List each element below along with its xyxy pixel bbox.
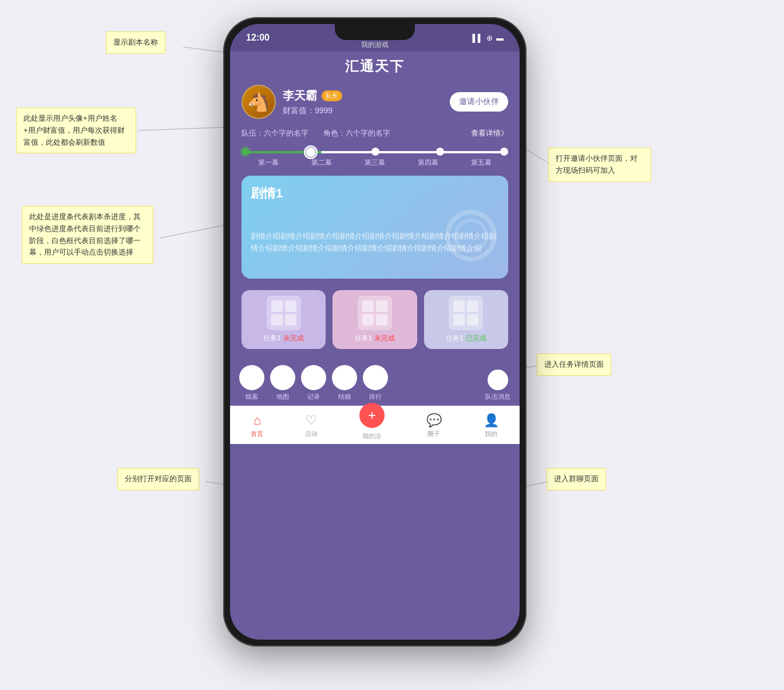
tab-profile[interactable]: 👤 我的 <box>484 413 499 438</box>
story-card-title: 剧情1 <box>251 185 499 202</box>
task-label-row-3: 任务1 已完成 <box>446 334 486 343</box>
app-header: 汇通天下 <box>230 51 520 79</box>
stage-5: 第五幕 <box>455 158 508 168</box>
status-icons: ▌▌ ⊕ ▬ <box>473 34 504 42</box>
progress-dots <box>241 148 508 157</box>
task-label-row-1: 任务1 未完成 <box>263 334 304 343</box>
leader-badge: 队长 <box>322 90 342 101</box>
task-3-label: 任务1 <box>446 334 464 343</box>
nav-circle-rank <box>363 365 388 390</box>
progress-dot-1[interactable] <box>241 148 250 156</box>
script-title: 汇通天下 <box>241 57 508 76</box>
nav-circle-map <box>270 365 295 390</box>
user-wealth: 财富值：9999 <box>283 106 342 116</box>
battery-icon: ▬ <box>496 34 504 42</box>
progress-dot-5[interactable] <box>500 148 508 156</box>
nav-circle-marriage <box>332 365 357 390</box>
app-title-status: 我的游戏 <box>361 40 389 50</box>
signal-icon: ▌▌ <box>473 34 483 42</box>
task-1-status: 未完成 <box>283 334 304 343</box>
avatar-image: 🐴 <box>243 86 275 118</box>
note-nav-pages: 分别打开对应的页面 <box>117 468 199 490</box>
watermark-inner <box>454 219 488 253</box>
avatar: 🐴 <box>241 85 276 119</box>
note-group-chat: 进入群聊页面 <box>547 468 606 490</box>
task-card-1[interactable]: 任务1 未完成 <box>241 290 326 349</box>
progress-dot-2[interactable] <box>306 148 315 157</box>
task-2-status: 未完成 <box>374 334 395 343</box>
nav-btn-map[interactable]: 地图 <box>270 365 295 401</box>
stage-3: 第三幕 <box>348 158 401 168</box>
group-chat-label: 队伍消息 <box>485 392 510 401</box>
story-card[interactable]: 剧情1 剧情介绍剧情介绍剧情介绍剧情介绍剧情介绍剧情介绍剧情介绍剧情介绍剧情介绍… <box>241 176 508 279</box>
tab-home-label: 首页 <box>251 430 263 438</box>
note-task-detail: 进入任务详情页面 <box>537 354 611 376</box>
group-chat-btn[interactable]: 队伍消息 <box>485 370 510 401</box>
stage-1: 第一幕 <box>241 158 295 168</box>
note-invite: 打开邀请小伙伴页面，对方现场扫码可加入 <box>548 148 651 182</box>
tab-add[interactable]: + 我的活 <box>359 411 385 441</box>
nav-btn-record[interactable]: 记录 <box>301 365 326 401</box>
tab-circle-label: 圈子 <box>427 430 440 438</box>
task-icon-1 <box>267 296 301 330</box>
nav-label-map: 地图 <box>276 392 289 401</box>
task-icon-3 <box>449 296 483 330</box>
nav-circle-record <box>301 365 326 390</box>
user-section: 🐴 李天霸 队长 财富值：9999 邀请小伙伴 <box>230 79 520 125</box>
detail-link[interactable]: 查看详情》 <box>471 128 508 138</box>
tab-activity-label: 活动 <box>305 430 318 438</box>
task-2-label: 任务1 <box>355 334 373 343</box>
user-info-text: 李天霸 队长 财富值：9999 <box>283 88 342 116</box>
status-bar: 12:00 我的游戏 ▌▌ ⊕ ▬ <box>230 24 520 51</box>
tab-activity[interactable]: ♡ 活动 <box>305 413 318 438</box>
phone-shell: 12:00 我的游戏 ▌▌ ⊕ ▬ 汇通天下 🐴 李天霸 队长 <box>223 17 526 647</box>
progress-dot-4[interactable] <box>436 148 444 156</box>
circle-icon: 💬 <box>426 413 442 428</box>
home-icon: ⌂ <box>254 413 261 428</box>
task-card-3[interactable]: 任务1 已完成 <box>424 290 508 349</box>
nav-btn-marriage[interactable]: 结婚 <box>332 365 357 401</box>
team-row: 队伍：六个字的名字 角色：六个字的名字 查看详情》 <box>230 125 520 142</box>
task-label-row-2: 任务1 未完成 <box>355 334 395 343</box>
task-icon-2 <box>358 296 392 330</box>
user-name-row: 李天霸 队长 <box>283 88 342 104</box>
progress-dot-3[interactable] <box>371 148 379 156</box>
task-section: 任务1 未完成 任务1 未完成 <box>230 284 520 355</box>
story-card-watermark <box>445 210 497 261</box>
note-script-name: 显示剧本名称 <box>106 31 165 54</box>
task-3-status: 已完成 <box>466 334 486 343</box>
user-name: 李天霸 <box>283 88 317 104</box>
bottom-nav-area: 线索 地图 记录 结婚 排行 <box>230 355 520 403</box>
role-label: 角色：六个字的名字 <box>323 128 390 138</box>
progress-track <box>241 151 508 153</box>
nav-label-record: 记录 <box>307 392 320 401</box>
add-button[interactable]: + <box>359 403 385 428</box>
profile-icon: 👤 <box>484 413 499 428</box>
team-label: 队伍：六个字的名字 <box>241 128 308 138</box>
tab-circle[interactable]: 💬 圈子 <box>426 413 442 438</box>
wifi-icon: ⊕ <box>486 34 493 42</box>
task-card-2[interactable]: 任务1 未完成 <box>332 290 417 349</box>
tab-bar: ⌂ 首页 ♡ 活动 + 我的活 💬 圈子 👤 我的 <box>230 406 520 444</box>
group-chat-circle <box>488 370 508 390</box>
note-user-info: 此处显示用户头像+用户姓名+用户财富值，用户每次获得财富值，此处都会刷新数值 <box>16 108 136 153</box>
nav-label-clue: 线索 <box>246 392 258 401</box>
task-1-label: 任务1 <box>263 334 281 343</box>
nav-circle-clue <box>239 365 264 390</box>
nav-label-marriage: 结婚 <box>338 392 351 401</box>
note-progress: 此处是进度条代表剧本杀进度，其中绿色进度条代表目前进行到哪个阶段，白色框代表目前… <box>22 206 153 264</box>
progress-section: 第一幕 第二幕 第三幕 第四幕 第五幕 <box>230 142 520 170</box>
stage-2: 第二幕 <box>295 158 348 168</box>
progress-labels: 第一幕 第二幕 第三幕 第四幕 第五幕 <box>241 158 508 168</box>
activity-icon: ♡ <box>306 413 317 428</box>
stage-4: 第四幕 <box>402 158 455 168</box>
status-notch <box>335 24 415 40</box>
nav-buttons-group: 线索 地图 记录 结婚 排行 <box>239 365 388 401</box>
nav-label-rank: 排行 <box>369 392 382 401</box>
status-time: 12:00 <box>246 33 270 43</box>
nav-btn-clue[interactable]: 线索 <box>239 365 264 401</box>
invite-button[interactable]: 邀请小伙伴 <box>450 92 508 112</box>
nav-btn-rank[interactable]: 排行 <box>363 365 388 401</box>
tab-home[interactable]: ⌂ 首页 <box>251 413 263 438</box>
tab-profile-label: 我的 <box>485 430 497 438</box>
